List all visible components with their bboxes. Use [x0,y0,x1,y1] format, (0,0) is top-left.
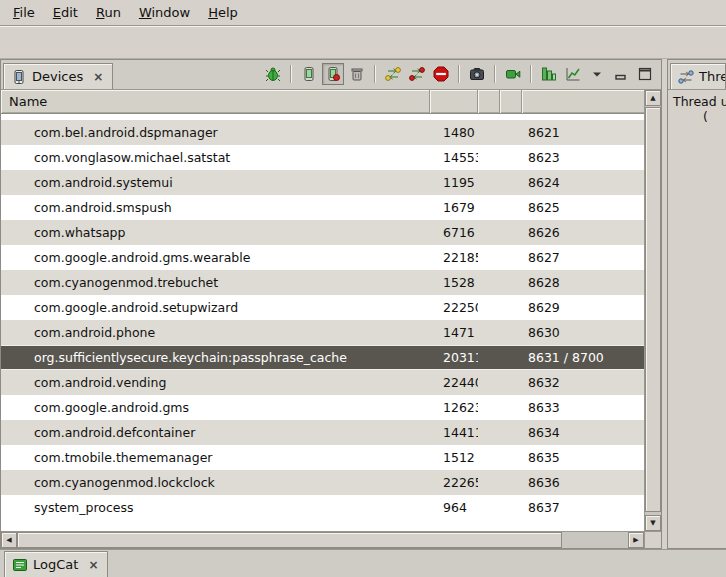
device-row[interactable]: com.google.android.gms.wearable221858627 [1,245,644,270]
device-row[interactable]: com.vonglasow.michael.satstat145538623 [1,145,644,170]
process-name: com.bel.android.dspmanager [1,125,430,140]
process-pid: 1471 [430,325,478,340]
process-pid: 1480 [430,125,478,140]
tab-devices[interactable]: Devices × [3,63,113,89]
threads-message: Thread up ( [668,90,726,548]
scroll-down-icon[interactable]: ▼ [645,515,661,531]
scroll-left-icon[interactable]: ◀ [1,532,17,548]
process-port: 8623 [522,150,644,165]
dump-hprof-icon[interactable] [322,63,344,85]
process-name: com.google.android.setupwizard [1,300,430,315]
process-pid: 1528 [430,275,478,290]
line-chart-icon[interactable] [562,63,584,85]
horizontal-scrollbar[interactable]: ◀ ▶ [1,531,644,548]
process-port: 8632 [522,375,644,390]
bottom-scroll-row: ◀ ▶ [1,531,661,548]
scroll-up-icon[interactable]: ▲ [645,90,661,106]
start-profiling-icon[interactable] [406,63,428,85]
update-threads-icon[interactable] [382,63,404,85]
process-pid: 14553 [430,150,478,165]
menu-window[interactable]: Window [130,2,199,23]
stop-process-icon[interactable] [430,63,452,85]
column-header-col2[interactable] [478,90,500,113]
view-menu-icon[interactable] [586,63,608,85]
tab-threads[interactable]: Threads [670,63,726,89]
threads-message-line2: ( [673,109,726,124]
update-heap-icon[interactable] [298,63,320,85]
process-pid: 1512 [430,450,478,465]
device-row[interactable]: system_process9648637 [1,495,644,520]
menu-run[interactable]: Run [87,2,130,23]
menu-help[interactable]: Help [199,2,247,23]
table-left: Name com.bel.android.dspmanager14808621c… [1,90,644,531]
column-header-name[interactable]: Name [1,90,430,113]
device-row[interactable]: com.android.defcontainer144118634 [1,420,644,445]
device-row[interactable]: com.google.android.setupwizard222508629 [1,295,644,320]
process-name: com.cyanogenmod.lockclock [1,475,430,490]
device-row[interactable]: com.android.vending224408632 [1,370,644,395]
device-row[interactable]: com.android.smspush16798625 [1,195,644,220]
device-row[interactable]: com.android.systemui11958624 [1,170,644,195]
devices-tabbar: Devices × [1,60,661,90]
horizontal-scroll-thumb[interactable] [17,532,562,548]
screen-capture-icon[interactable] [466,63,488,85]
toolbar-separator [458,65,460,83]
column-header-col1[interactable] [430,90,478,113]
process-port: 8628 [522,275,644,290]
menu-file[interactable]: File [4,2,44,23]
device-row[interactable]: com.whatsapp67168626 [1,220,644,245]
minimize-icon[interactable] [610,63,632,85]
menubar: FileEditRunWindowHelp [0,0,726,26]
process-name: com.android.vending [1,375,430,390]
process-name: com.android.phone [1,325,430,340]
capture-video-icon[interactable] [502,63,524,85]
process-pid: 1195 [430,175,478,190]
main-area: Devices × Name com.bel.android.dspmanage… [0,59,726,549]
device-row[interactable]: com.android.phone14718630 [1,320,644,345]
toolbar-separator [494,65,496,83]
process-name: com.vonglasow.michael.satstat [1,150,430,165]
tab-logcat[interactable]: LogCat × [4,551,108,577]
process-pid: 1679 [430,200,478,215]
threads-tabbar: Threads [668,60,726,90]
process-port: 8635 [522,450,644,465]
device-row[interactable]: com.bel.android.dspmanager14808621 [1,120,644,145]
devices-icon [11,69,27,85]
scrollbar-corner [644,531,661,548]
tab-devices-label: Devices [32,69,83,84]
hierarchy-view-icon[interactable] [538,63,560,85]
table-header: Name [1,90,644,114]
process-name: com.google.android.gms [1,400,430,415]
close-icon[interactable]: × [91,70,105,84]
menu-edit[interactable]: Edit [44,2,87,23]
device-row[interactable]: com.cyanogenmod.trebuchet15288628 [1,270,644,295]
process-port: 8629 [522,300,644,315]
close-icon[interactable]: × [86,558,100,572]
logcat-icon [12,557,28,573]
process-port: 8624 [522,175,644,190]
main-toolbar [0,26,726,59]
process-pid: 22265 [430,475,478,490]
scroll-right-icon[interactable]: ▶ [628,532,644,548]
device-row[interactable]: org.sufficientlysecure.keychain:passphra… [1,345,644,370]
toolbar-separator [290,65,292,83]
process-name: com.android.systemui [1,175,430,190]
vertical-scrollbar[interactable]: ▲ ▼ [644,90,661,531]
tab-logcat-label: LogCat [33,557,78,572]
debug-icon[interactable] [262,63,284,85]
process-pid: 14411 [430,425,478,440]
cause-gc-icon[interactable] [346,63,368,85]
process-port: 8636 [522,475,644,490]
process-name: com.android.defcontainer [1,425,430,440]
device-row[interactable]: com.cyanogenmod.lockclock222658636 [1,470,644,495]
app-window: FileEditRunWindowHelp Devices × Name com… [0,0,726,577]
device-row[interactable]: com.tmobile.thememanager15128635 [1,445,644,470]
process-name: com.whatsapp [1,225,430,240]
device-row[interactable]: com.google.android.gms126238633 [1,395,644,420]
process-pid: 22185 [430,250,478,265]
column-header-col3[interactable] [500,90,522,113]
process-name: com.google.android.gms.wearable [1,250,430,265]
vertical-scroll-thumb[interactable] [645,107,661,512]
maximize-icon[interactable] [634,63,656,85]
column-header-col4[interactable] [522,90,644,113]
